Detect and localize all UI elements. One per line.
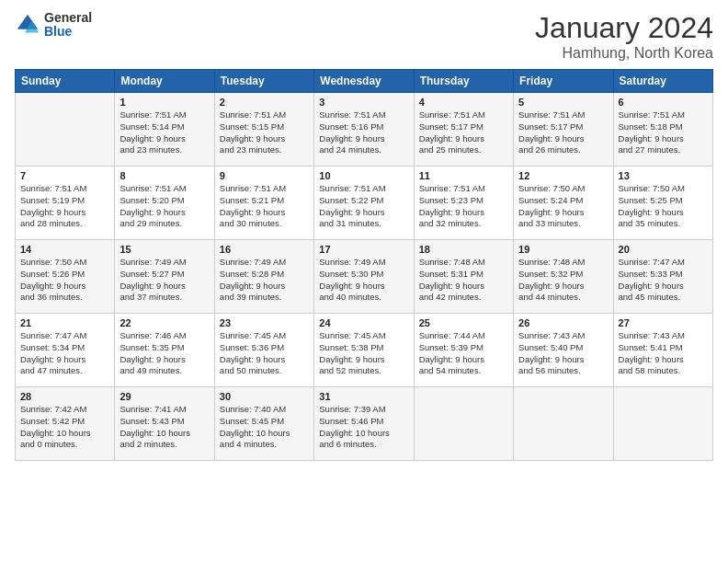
cell-content: Sunrise: 7:43 AM Sunset: 5:40 PM Dayligh…	[518, 330, 608, 377]
calendar-cell: 5Sunrise: 7:51 AM Sunset: 5:17 PM Daylig…	[514, 93, 613, 167]
cell-content: Sunrise: 7:46 AM Sunset: 5:35 PM Dayligh…	[119, 330, 209, 377]
day-number: 29	[119, 391, 209, 402]
day-number: 25	[419, 317, 508, 328]
logo-blue-text: Blue	[44, 25, 92, 39]
cell-content: Sunrise: 7:50 AM Sunset: 5:24 PM Dayligh…	[518, 183, 608, 230]
calendar-cell: 23Sunrise: 7:45 AM Sunset: 5:36 PM Dayli…	[214, 314, 313, 387]
cell-content: Sunrise: 7:51 AM Sunset: 5:21 PM Dayligh…	[220, 183, 309, 230]
cell-content: Sunrise: 7:42 AM Sunset: 5:42 PM Dayligh…	[20, 404, 109, 451]
calendar-cell: 28Sunrise: 7:42 AM Sunset: 5:42 PM Dayli…	[16, 387, 115, 461]
calendar-cell: 20Sunrise: 7:47 AM Sunset: 5:33 PM Dayli…	[613, 240, 712, 314]
calendar-cell	[414, 387, 513, 461]
day-number: 15	[119, 244, 209, 255]
cell-content: Sunrise: 7:43 AM Sunset: 5:41 PM Dayligh…	[619, 330, 708, 377]
day-number: 18	[419, 244, 508, 255]
cell-content: Sunrise: 7:49 AM Sunset: 5:28 PM Dayligh…	[220, 257, 309, 304]
calendar-cell: 30Sunrise: 7:40 AM Sunset: 5:45 PM Dayli…	[214, 387, 313, 461]
cell-content: Sunrise: 7:40 AM Sunset: 5:45 PM Dayligh…	[220, 404, 309, 451]
column-header-sunday: Sunday	[16, 70, 115, 93]
logo-icon	[15, 12, 40, 38]
calendar-cell	[613, 387, 712, 461]
column-header-wednesday: Wednesday	[314, 70, 414, 93]
logo: General Blue	[15, 11, 92, 40]
calendar-cell: 21Sunrise: 7:47 AM Sunset: 5:34 PM Dayli…	[16, 314, 115, 387]
day-number: 24	[319, 317, 408, 328]
cell-content: Sunrise: 7:51 AM Sunset: 5:17 PM Dayligh…	[518, 109, 608, 156]
column-header-friday: Friday	[514, 70, 613, 93]
day-number: 12	[518, 170, 608, 181]
day-number: 5	[518, 97, 608, 108]
day-number: 2	[220, 97, 309, 108]
calendar-cell: 22Sunrise: 7:46 AM Sunset: 5:35 PM Dayli…	[115, 314, 214, 387]
cell-content: Sunrise: 7:49 AM Sunset: 5:30 PM Dayligh…	[319, 257, 408, 304]
cell-content: Sunrise: 7:51 AM Sunset: 5:23 PM Dayligh…	[419, 183, 508, 230]
calendar-body: 1Sunrise: 7:51 AM Sunset: 5:14 PM Daylig…	[16, 93, 713, 461]
calendar-cell: 19Sunrise: 7:48 AM Sunset: 5:32 PM Dayli…	[514, 240, 613, 314]
day-number: 19	[518, 244, 608, 255]
day-number: 31	[319, 391, 408, 402]
column-header-thursday: Thursday	[414, 70, 513, 93]
day-number: 9	[220, 170, 309, 181]
calendar-week-1: 7Sunrise: 7:51 AM Sunset: 5:19 PM Daylig…	[16, 167, 713, 240]
day-number: 30	[220, 391, 309, 402]
column-header-tuesday: Tuesday	[214, 70, 313, 93]
day-number: 27	[619, 317, 708, 328]
cell-content: Sunrise: 7:48 AM Sunset: 5:31 PM Dayligh…	[419, 257, 508, 304]
calendar-cell: 10Sunrise: 7:51 AM Sunset: 5:22 PM Dayli…	[314, 167, 414, 240]
cell-content: Sunrise: 7:44 AM Sunset: 5:39 PM Dayligh…	[419, 330, 508, 377]
cell-content: Sunrise: 7:45 AM Sunset: 5:38 PM Dayligh…	[319, 330, 408, 377]
calendar-week-4: 28Sunrise: 7:42 AM Sunset: 5:42 PM Dayli…	[16, 387, 713, 461]
day-number: 11	[419, 170, 508, 181]
day-number: 28	[20, 391, 109, 402]
calendar-cell: 7Sunrise: 7:51 AM Sunset: 5:19 PM Daylig…	[16, 167, 115, 240]
calendar-cell: 24Sunrise: 7:45 AM Sunset: 5:38 PM Dayli…	[314, 314, 414, 387]
cell-content: Sunrise: 7:47 AM Sunset: 5:33 PM Dayligh…	[619, 257, 708, 304]
cell-content: Sunrise: 7:41 AM Sunset: 5:43 PM Dayligh…	[119, 404, 209, 451]
cell-content: Sunrise: 7:47 AM Sunset: 5:34 PM Dayligh…	[20, 330, 109, 377]
calendar-cell: 1Sunrise: 7:51 AM Sunset: 5:14 PM Daylig…	[115, 93, 214, 167]
day-number: 22	[119, 317, 209, 328]
day-number: 23	[220, 317, 309, 328]
calendar-cell: 26Sunrise: 7:43 AM Sunset: 5:40 PM Dayli…	[514, 314, 613, 387]
calendar-cell: 15Sunrise: 7:49 AM Sunset: 5:27 PM Dayli…	[115, 240, 214, 314]
cell-content: Sunrise: 7:50 AM Sunset: 5:25 PM Dayligh…	[619, 183, 708, 230]
calendar-cell: 6Sunrise: 7:51 AM Sunset: 5:18 PM Daylig…	[613, 93, 712, 167]
calendar-cell: 2Sunrise: 7:51 AM Sunset: 5:15 PM Daylig…	[214, 93, 313, 167]
cell-content: Sunrise: 7:51 AM Sunset: 5:19 PM Dayligh…	[20, 183, 109, 230]
calendar-header-row: SundayMondayTuesdayWednesdayThursdayFrid…	[16, 70, 713, 93]
month-title: January 2024	[535, 11, 713, 45]
day-number: 26	[518, 317, 608, 328]
column-header-monday: Monday	[115, 70, 214, 93]
day-number: 21	[20, 317, 109, 328]
cell-content: Sunrise: 7:50 AM Sunset: 5:26 PM Dayligh…	[20, 257, 109, 304]
calendar-week-2: 14Sunrise: 7:50 AM Sunset: 5:26 PM Dayli…	[16, 240, 713, 314]
cell-content: Sunrise: 7:51 AM Sunset: 5:15 PM Dayligh…	[220, 109, 309, 156]
calendar-cell	[514, 387, 613, 461]
calendar-cell: 31Sunrise: 7:39 AM Sunset: 5:46 PM Dayli…	[314, 387, 414, 461]
day-number: 20	[619, 244, 708, 255]
calendar-cell: 13Sunrise: 7:50 AM Sunset: 5:25 PM Dayli…	[613, 167, 712, 240]
cell-content: Sunrise: 7:48 AM Sunset: 5:32 PM Dayligh…	[518, 257, 608, 304]
calendar-cell: 8Sunrise: 7:51 AM Sunset: 5:20 PM Daylig…	[115, 167, 214, 240]
cell-content: Sunrise: 7:51 AM Sunset: 5:16 PM Dayligh…	[319, 109, 408, 156]
day-number: 4	[419, 97, 508, 108]
day-number: 1	[119, 97, 209, 108]
day-number: 13	[619, 170, 708, 181]
logo-general-text: General	[44, 11, 92, 25]
calendar-cell: 25Sunrise: 7:44 AM Sunset: 5:39 PM Dayli…	[414, 314, 513, 387]
calendar-cell: 16Sunrise: 7:49 AM Sunset: 5:28 PM Dayli…	[214, 240, 313, 314]
cell-content: Sunrise: 7:45 AM Sunset: 5:36 PM Dayligh…	[220, 330, 309, 377]
day-number: 10	[319, 170, 408, 181]
calendar-cell: 17Sunrise: 7:49 AM Sunset: 5:30 PM Dayli…	[314, 240, 414, 314]
calendar-cell: 27Sunrise: 7:43 AM Sunset: 5:41 PM Dayli…	[613, 314, 712, 387]
cell-content: Sunrise: 7:51 AM Sunset: 5:14 PM Dayligh…	[119, 109, 209, 156]
cell-content: Sunrise: 7:39 AM Sunset: 5:46 PM Dayligh…	[319, 404, 408, 451]
calendar-week-0: 1Sunrise: 7:51 AM Sunset: 5:14 PM Daylig…	[16, 93, 713, 167]
title-block: January 2024 Hamhung, North Korea	[535, 11, 713, 62]
day-number: 3	[319, 97, 408, 108]
calendar-cell: 11Sunrise: 7:51 AM Sunset: 5:23 PM Dayli…	[414, 167, 513, 240]
cell-content: Sunrise: 7:49 AM Sunset: 5:27 PM Dayligh…	[119, 257, 209, 304]
calendar-cell: 4Sunrise: 7:51 AM Sunset: 5:17 PM Daylig…	[414, 93, 513, 167]
calendar-cell: 14Sunrise: 7:50 AM Sunset: 5:26 PM Dayli…	[16, 240, 115, 314]
calendar-cell: 18Sunrise: 7:48 AM Sunset: 5:31 PM Dayli…	[414, 240, 513, 314]
